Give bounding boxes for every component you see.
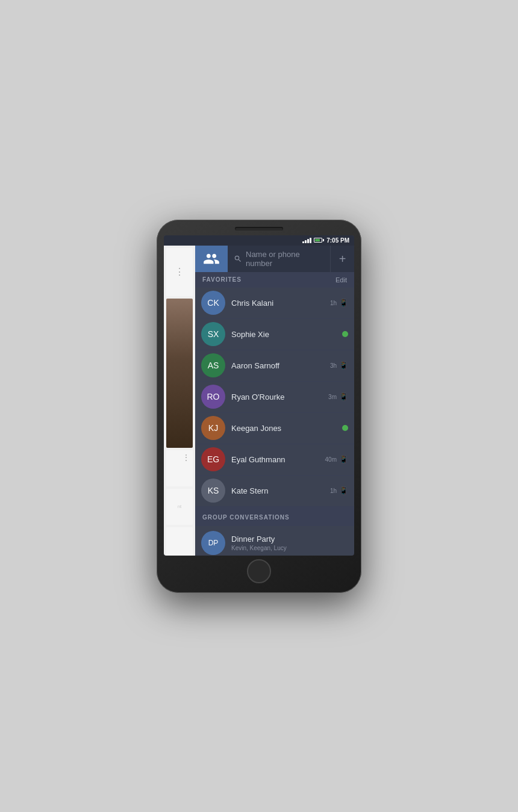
contact-item-eyal-guthmann[interactable]: EG Eyal Guthmann 40m 📱 [195, 444, 354, 476]
sidebar-peek: ⋮ ⋮ nt [164, 246, 195, 556]
group-item-dinner-party[interactable]: DP Dinner Party Kevin, Keegan, Lucy [195, 526, 354, 556]
contact-time-eyal-guthmann: 40m [325, 456, 337, 463]
phone-speaker [235, 227, 283, 231]
device-icon-eyal-guthmann: 📱 [339, 455, 348, 463]
contacts-icon [203, 250, 220, 267]
contact-name-keegan-jones: Keegan Jones [231, 424, 342, 433]
contact-list: CK Chris Kalani 1h 📱 SX Sophie Xie [195, 288, 354, 556]
contact-meta-keegan-jones [342, 425, 348, 431]
status-time: 7:05 PM [326, 237, 349, 244]
sidebar-card-3: ⋮ [166, 450, 193, 486]
avatar-keegan-jones: KJ [201, 416, 225, 440]
contact-meta-kate-stern: 1h 📱 [330, 486, 348, 495]
group-name-dinner-party: Dinner Party [231, 535, 348, 544]
device-icon-aaron-sarnoff: 📱 [339, 361, 348, 370]
search-placeholder-text: Name or phone number [246, 250, 324, 268]
online-indicator-keegan-jones [342, 425, 348, 431]
device-icon-kate-stern: 📱 [339, 486, 348, 495]
sidebar-card-2 [166, 299, 193, 448]
contact-time-chris-kalani: 1h [330, 300, 337, 306]
avatar-aaron-sarnoff: AS [201, 353, 225, 377]
contacts-icon-button[interactable] [195, 246, 228, 272]
contact-name-chris-kalani: Chris Kalani [231, 299, 330, 308]
avatar-eyal-guthmann: EG [201, 447, 225, 471]
contact-item-keegan-jones[interactable]: KJ Keegan Jones [195, 413, 354, 444]
contact-meta-ryan-orourke: 3m 📱 [328, 392, 348, 401]
contact-name-kate-stern: Kate Stern [231, 486, 330, 495]
phone-home-button[interactable] [247, 559, 271, 583]
contact-time-aaron-sarnoff: 3h [330, 362, 337, 369]
signal-icon [302, 237, 311, 243]
group-conversations-title: GROUP CONVERSATIONS [202, 514, 290, 521]
add-icon: + [339, 253, 346, 265]
contact-time-kate-stern: 1h [330, 488, 337, 494]
contact-time-ryan-orourke: 3m [328, 394, 337, 400]
contact-name-ryan-orourke: Ryan O'Rourke [231, 392, 328, 401]
status-bar: 7:05 PM [164, 235, 354, 246]
contact-item-chris-kalani[interactable]: CK Chris Kalani 1h 📱 [195, 288, 354, 319]
group-info-dinner-party: Dinner Party Kevin, Keegan, Lucy [231, 535, 348, 551]
contact-meta-chris-kalani: 1h 📱 [330, 299, 348, 307]
sidebar-card-5 [166, 527, 193, 556]
contact-item-ryan-orourke[interactable]: RO Ryan O'Rourke 3m 📱 [195, 382, 354, 413]
contact-name-sophie-xie: Sophie Xie [231, 330, 342, 339]
contact-name-aaron-sarnoff: Aaron Sarnoff [231, 361, 330, 370]
avatar-chris-kalani: CK [201, 291, 225, 315]
contact-item-aaron-sarnoff[interactable]: AS Aaron Sarnoff 3h 📱 [195, 350, 354, 382]
avatar-sophie-xie: SX [201, 322, 225, 346]
battery-icon [314, 238, 324, 243]
sidebar-card-1: ⋮ [166, 248, 193, 296]
device-icon-chris-kalani: 📱 [339, 299, 348, 307]
avatar-kate-stern: KS [201, 479, 225, 503]
search-bar[interactable]: Name or phone number [228, 246, 330, 272]
favorites-title: FAVORITES [202, 276, 242, 283]
phone-device: 7:05 PM ⋮ ⋮ nt [157, 220, 361, 593]
add-button[interactable]: + [330, 246, 354, 272]
group-members-dinner-party: Kevin, Keegan, Lucy [231, 545, 348, 551]
group-section-header: GROUP CONVERSATIONS [195, 507, 354, 526]
main-content: Name or phone number + FAVORITES Edit CK [195, 246, 354, 556]
avatar-ryan-orourke: RO [201, 385, 225, 409]
contact-name-eyal-guthmann: Eyal Guthmann [231, 455, 325, 464]
contact-meta-sophie-xie [342, 331, 348, 337]
sidebar-card-4: nt [166, 489, 193, 525]
app-header: Name or phone number + [195, 246, 354, 272]
avatar-dinner-party: DP [201, 531, 225, 555]
favorites-edit-button[interactable]: Edit [335, 276, 347, 284]
online-indicator-sophie-xie [342, 331, 348, 337]
screen-container: ⋮ ⋮ nt [164, 246, 354, 556]
contact-item-kate-stern[interactable]: KS Kate Stern 1h 📱 [195, 476, 354, 507]
device-icon-ryan-orourke: 📱 [339, 392, 348, 401]
search-icon [234, 255, 242, 263]
contact-meta-eyal-guthmann: 40m 📱 [325, 455, 348, 463]
contact-item-sophie-xie[interactable]: SX Sophie Xie [195, 319, 354, 350]
phone-screen: 7:05 PM ⋮ ⋮ nt [164, 235, 354, 556]
contact-meta-aaron-sarnoff: 3h 📱 [330, 361, 348, 370]
favorites-section-header: FAVORITES Edit [195, 272, 354, 288]
